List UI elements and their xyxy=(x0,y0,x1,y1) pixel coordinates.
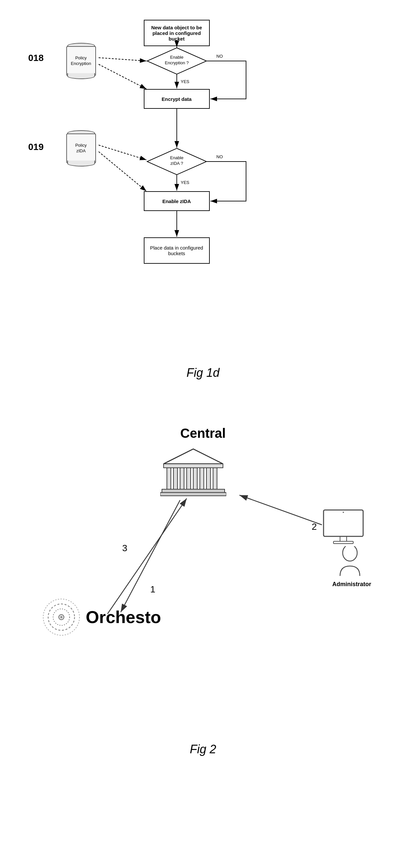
svg-rect-4 xyxy=(167,468,171,489)
svg-rect-8 xyxy=(193,468,197,489)
label-019: 019 xyxy=(28,142,44,152)
box-encrypt-data: Encrypt data xyxy=(144,89,210,109)
policy-encryption-scroll: Policy Encryption xyxy=(65,43,98,79)
administrator-figure xyxy=(337,546,363,581)
spacer xyxy=(20,383,386,403)
diamond-encryption-text: Enable xyxy=(170,55,183,60)
number-2: 2 xyxy=(312,522,317,532)
svg-rect-5 xyxy=(173,468,177,489)
box-new-data: New data object to be placed in configur… xyxy=(144,20,210,46)
svg-marker-2 xyxy=(164,449,223,464)
svg-rect-13 xyxy=(160,493,226,496)
dashed-encryption-top xyxy=(98,58,146,61)
diamond-encryption xyxy=(147,48,206,74)
svg-rect-3 xyxy=(164,464,223,468)
arrow-no-zida xyxy=(206,161,246,201)
arrow-monitor-building xyxy=(239,495,322,525)
svg-rect-12 xyxy=(162,489,225,493)
label-yes-2: YES xyxy=(181,180,189,185)
svg-rect-16 xyxy=(334,541,353,544)
building-icon xyxy=(160,446,226,500)
arrow-no-encrypt xyxy=(206,61,246,99)
label-no-2: NO xyxy=(216,154,223,159)
dashed-zida-bottom xyxy=(98,152,146,191)
central-label: Central xyxy=(22,426,384,441)
fig2-title: Fig 2 xyxy=(20,742,386,756)
dashed-encryption-bottom xyxy=(98,64,146,89)
svg-point-17 xyxy=(343,512,344,513)
policy-encryption-label2: Encryption xyxy=(71,61,91,67)
figure-2: Central xyxy=(22,423,384,736)
monitor-icon xyxy=(322,508,365,546)
diamond-encryption-text2: Encryption ? xyxy=(165,60,188,65)
label-yes-1: YES xyxy=(181,79,189,84)
arrow-orchesto-building xyxy=(108,498,187,614)
svg-rect-14 xyxy=(323,510,363,536)
diamond-zida-text: Enable xyxy=(170,155,183,160)
arrow-building-orchesto xyxy=(121,500,180,612)
policy-encryption-label: Policy xyxy=(75,55,87,61)
svg-rect-6 xyxy=(180,468,184,489)
policy-zida-label: Policy xyxy=(75,143,87,148)
administrator-label: Administrator xyxy=(332,581,371,588)
svg-rect-11 xyxy=(213,468,217,489)
box-place-data: Place data in configured buckets xyxy=(144,237,210,264)
number-1: 1 xyxy=(150,584,156,595)
svg-rect-7 xyxy=(187,468,191,489)
box-enable-zida: Enable zIDA xyxy=(144,191,210,211)
label-no-1: NO xyxy=(216,54,223,59)
svg-rect-9 xyxy=(200,468,204,489)
policy-zida-label2: zIDA xyxy=(76,148,85,154)
svg-rect-15 xyxy=(340,536,347,541)
svg-rect-10 xyxy=(206,468,210,489)
number-3: 3 xyxy=(122,543,128,554)
policy-zida-scroll: Policy zIDA xyxy=(65,130,98,166)
orchesto-area: Orchesto xyxy=(41,597,161,637)
diamond-zida-text2: zIDA ? xyxy=(170,161,183,166)
label-018: 018 xyxy=(28,53,44,63)
orchesto-text: Orchesto xyxy=(86,607,161,627)
figure-1d: 018 019 Policy Encryption Policy zIDA Ne… xyxy=(22,13,384,359)
page: 018 019 Policy Encryption Policy zIDA Ne… xyxy=(0,0,406,769)
dashed-zida-top xyxy=(98,145,146,160)
fig1d-title: Fig 1d xyxy=(20,366,386,380)
svg-point-18 xyxy=(343,546,357,561)
diamond-zida xyxy=(147,148,206,175)
svg-point-23 xyxy=(60,616,62,618)
